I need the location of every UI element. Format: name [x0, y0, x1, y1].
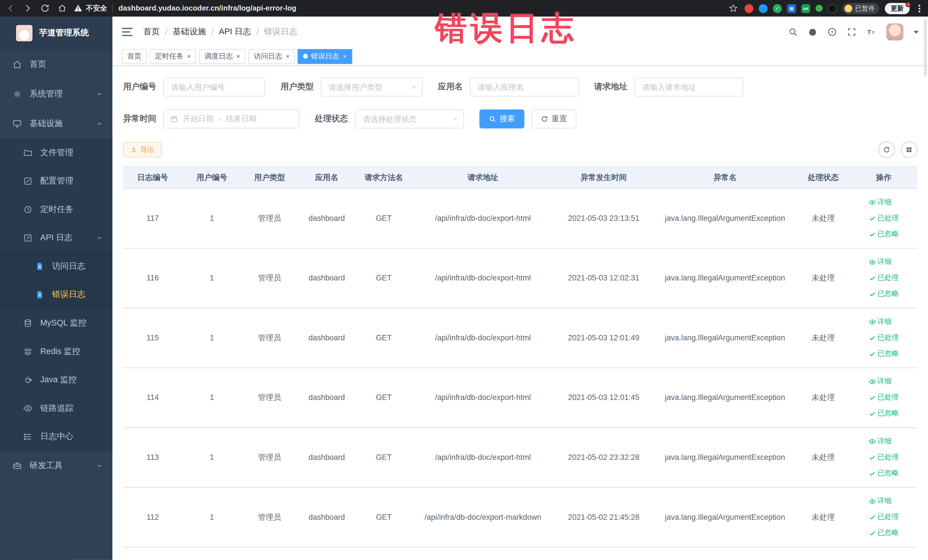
tab-scheduled-tasks[interactable]: 定时任务× — [150, 49, 196, 64]
mark-processed-link[interactable]: 已处理 — [868, 392, 899, 402]
detail-link[interactable]: 详细 — [868, 496, 892, 506]
site-security-button[interactable]: 不安全 — [73, 3, 107, 13]
mark-processed-link[interactable]: 已处理 — [868, 452, 899, 462]
chevron-down-icon — [96, 462, 103, 469]
tab-error-logs[interactable]: 错误日志× — [298, 49, 352, 64]
sidebar-item-infrastructure[interactable]: 基础设施 — [0, 109, 112, 139]
breadcrumb-home[interactable]: 首页 — [143, 26, 160, 37]
detail-link[interactable]: 详细 — [868, 436, 892, 446]
tab-schedule-logs[interactable]: 调度日志× — [199, 49, 246, 64]
table-header-row: 日志编号 用户编号 用户类型 应用名 请求方法名 请求地址 异常发生时间 异常名… — [123, 167, 917, 188]
column-settings-button[interactable] — [901, 142, 917, 158]
col-method: 请求方法名 — [356, 167, 412, 188]
close-icon[interactable]: × — [286, 53, 290, 60]
mark-processed-link[interactable]: 已处理 — [868, 273, 899, 283]
logo[interactable]: 芋道管理系统 — [0, 17, 112, 50]
address-bar[interactable]: dashboard.yudao.iocoder.cn/infra/log/api… — [118, 4, 296, 12]
home-button[interactable] — [56, 2, 68, 14]
browser-menu-button[interactable] — [915, 5, 923, 12]
detail-link[interactable]: 详细 — [868, 317, 892, 327]
extension-leaf-icon[interactable] — [816, 5, 823, 12]
breadcrumb-infrastructure[interactable]: 基础设施 — [173, 26, 206, 37]
sidebar-item-scheduled-tasks[interactable]: 定时任务 — [0, 195, 112, 224]
fullscreen-icon[interactable] — [847, 27, 856, 37]
sidebar-item-java-monitor[interactable]: Java 监控 — [0, 366, 112, 394]
date-range-picker[interactable]: 开始日期 - 结束日期 — [163, 110, 299, 128]
reload-button[interactable] — [39, 2, 51, 14]
smiley-icon — [844, 5, 852, 12]
mark-ignored-link[interactable]: 已忽略 — [868, 229, 899, 239]
sidebar-item-access-logs[interactable]: 访问日志 — [0, 252, 112, 281]
tab-access-logs[interactable]: 访问日志× — [249, 49, 295, 64]
search-icon — [489, 116, 496, 123]
hamburger-icon[interactable] — [122, 28, 132, 36]
github-icon[interactable] — [808, 27, 817, 37]
search-button[interactable]: 搜索 — [479, 110, 524, 128]
back-button[interactable] — [5, 2, 17, 14]
mark-processed-link[interactable]: 已处理 — [868, 512, 899, 522]
extension-red-icon[interactable] — [745, 4, 753, 12]
table-row: 115 1 管理员 dashboard GET /api/infra/db-do… — [123, 308, 917, 368]
sidebar-item-log-center[interactable]: 日志中心 — [0, 423, 112, 451]
status-select[interactable] — [355, 110, 464, 128]
sidebar-item-mysql-monitor[interactable]: MySQL 监控 — [0, 309, 112, 337]
extension-green-circle-icon[interactable]: ✓ — [773, 4, 781, 12]
extension-blue-drop-icon[interactable] — [759, 4, 768, 12]
avatar-caret-icon[interactable] — [914, 31, 919, 34]
mark-processed-link[interactable]: 已处理 — [868, 333, 899, 343]
sidebar-item-config-management[interactable]: 配置管理 — [0, 167, 112, 195]
divider — [112, 4, 113, 12]
eye-icon — [868, 318, 876, 325]
sidebar-item-label: 基础设施 — [30, 118, 63, 129]
sidebar-item-link-tracing[interactable]: 链路追踪 — [0, 394, 112, 423]
sidebar-item-dev-tools[interactable]: 研发工具 — [0, 451, 112, 481]
sidebar-item-label: 研发工具 — [30, 461, 63, 471]
user-type-label: 用户类型 — [281, 82, 313, 92]
sidebar-item-label: API 日志 — [40, 232, 72, 243]
sidebar-item-error-logs[interactable]: 错误日志 — [0, 281, 112, 309]
sidebar-item-home[interactable]: 首页 — [0, 50, 112, 79]
detail-link[interactable]: 详细 — [868, 376, 892, 386]
mark-processed-link[interactable]: 已处理 — [868, 213, 899, 223]
chevron-up-icon — [96, 120, 103, 127]
mark-ignored-link[interactable]: 已忽略 — [868, 289, 899, 299]
sidebar-item-redis-monitor[interactable]: Redis 监控 — [0, 337, 112, 366]
sidebar-item-api-logs[interactable]: API 日志 — [0, 224, 112, 252]
reset-button[interactable]: 重置 — [531, 110, 577, 128]
download-icon — [130, 146, 137, 153]
search-icon[interactable] — [788, 27, 798, 37]
extension-grid-icon[interactable]: ▦ — [787, 4, 796, 12]
user-type-select[interactable] — [321, 78, 423, 96]
update-button[interactable]: 更新 — [885, 3, 910, 14]
close-icon[interactable]: × — [237, 53, 240, 60]
detail-link[interactable]: 详细 — [868, 257, 892, 267]
user-id-input[interactable] — [163, 78, 265, 96]
close-icon[interactable]: × — [187, 53, 191, 60]
request-url-input[interactable] — [635, 78, 743, 96]
mark-ignored-link[interactable]: 已忽略 — [868, 349, 899, 359]
font-size-icon[interactable]: TT — [866, 27, 876, 37]
mark-ignored-link[interactable]: 已忽略 — [868, 468, 899, 478]
col-exception-name: 异常名 — [653, 167, 797, 188]
extension-paw-icon[interactable] — [828, 4, 837, 12]
mark-ignored-link[interactable]: 已忽略 — [868, 528, 899, 538]
sidebar-item-system-management[interactable]: 系统管理 — [0, 79, 112, 109]
mark-ignored-link[interactable]: 已忽略 — [868, 408, 899, 418]
paused-badge[interactable]: 已暂停 — [842, 3, 879, 14]
app-name-input[interactable] — [470, 78, 579, 96]
export-button[interactable]: 导出 — [123, 142, 162, 157]
avatar[interactable] — [886, 23, 904, 41]
sidebar-item-file-management[interactable]: 文件管理 — [0, 138, 112, 167]
help-icon[interactable]: ? — [827, 27, 837, 37]
detail-link[interactable]: 详细 — [868, 197, 892, 207]
sidebar-item-label: Redis 监控 — [40, 346, 80, 357]
extension-on-badge-icon[interactable]: on — [801, 4, 810, 12]
close-icon[interactable]: × — [343, 53, 346, 60]
bookmark-star-button[interactable] — [728, 2, 739, 14]
tags-view: 首页 定时任务× 调度日志× 访问日志× 错误日志× — [112, 47, 928, 66]
tab-home[interactable]: 首页 — [122, 49, 147, 64]
refresh-button[interactable] — [878, 142, 895, 158]
breadcrumb-api-logs[interactable]: API 日志 — [219, 26, 251, 37]
scrollbar[interactable] — [924, 19, 926, 76]
forward-button[interactable] — [22, 2, 34, 14]
